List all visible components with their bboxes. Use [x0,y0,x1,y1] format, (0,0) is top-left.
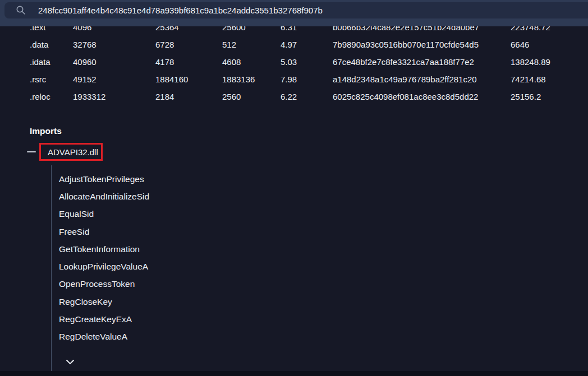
section-chi2: 138248.89 [511,57,588,67]
list-item: RegDeleteValueA [59,328,149,346]
expand-more-button[interactable] [63,357,77,367]
section-chi2: 74214.68 [511,75,588,84]
section-md5: 6025c825c4098ef081ac8ee3c8d5dd22 [333,92,511,101]
bottom-edge [0,371,588,376]
section-value: 49152 [73,75,155,84]
section-value: 4178 [155,57,222,67]
section-entropy: 6.22 [281,92,333,101]
section-md5: 7b9890a93c0516bb070e1170cfde54d5 [333,40,511,49]
list-item: LookupPrivilegeValueA [59,258,149,275]
table-row: .data 32768 6728 512 4.97 7b9890a93c0516… [30,36,588,53]
section-value: 2184 [155,92,222,101]
section-chi2: 6646 [511,40,588,49]
section-md5: a148d2348a1c49a976789ba2ff281c20 [333,75,511,84]
section-value: 6728 [155,40,222,49]
search-icon [16,5,26,15]
imports-heading: Imports [30,126,62,136]
list-item: FreeSid [59,223,149,240]
search-input[interactable] [4,2,588,18]
table-row: .rsrc 49152 1884160 1883136 7.98 a148d23… [30,71,588,88]
table-row: .idata 40960 4178 4608 5.03 67ce48bf2e7c… [30,53,588,71]
section-value: 512 [222,40,281,49]
section-value: 2560 [222,92,281,101]
section-value: 32768 [73,40,155,49]
list-item: OpenProcessToken [59,276,149,293]
dll-name[interactable]: ADVAPI32.dll [48,147,98,157]
annotation-highlight-box: ADVAPI32.dll [39,143,103,161]
list-item: AdjustTokenPrivileges [59,170,149,188]
section-value: 1933312 [73,92,155,101]
section-value: 40960 [73,57,155,67]
tree-guide-line [51,165,52,371]
section-chi2: 25156.2 [511,92,588,101]
section-value: 4608 [222,57,281,67]
imported-functions-list: AdjustTokenPrivileges AllocateAndInitial… [59,170,149,346]
section-name: .idata [30,57,73,67]
section-entropy: 7.98 [281,75,333,84]
list-item: GetTokenInformation [59,240,149,258]
list-item: RegCloseKey [59,293,149,310]
section-name: .data [30,40,73,49]
section-md5: 67ce48bf2e7c8fe3321ca7aa188f77e2 [333,57,511,67]
section-name: .rsrc [30,75,73,84]
minus-collapse-icon[interactable] [27,151,36,152]
list-item: RegCreateKeyExA [59,310,149,328]
section-value: 1883136 [222,75,281,84]
pe-sections-table: .text 4096 25364 25600 6.31 b0b66b32f4ca… [30,18,588,105]
imports-dll-node: ADVAPI32.dll [0,143,588,161]
section-value: 1884160 [155,75,222,84]
list-item: AllocateAndInitializeSid [59,188,149,205]
chevron-down-icon [66,359,75,365]
section-entropy: 5.03 [281,57,333,67]
list-item: EqualSid [59,206,149,223]
search-bar [0,0,588,26]
section-name: .reloc [30,92,73,101]
static-analysis-screen: .text 4096 25364 25600 6.31 b0b66b32f4ca… [0,0,588,376]
table-row: .reloc 1933312 2184 2560 6.22 6025c825c4… [30,88,588,105]
section-entropy: 4.97 [281,40,333,49]
